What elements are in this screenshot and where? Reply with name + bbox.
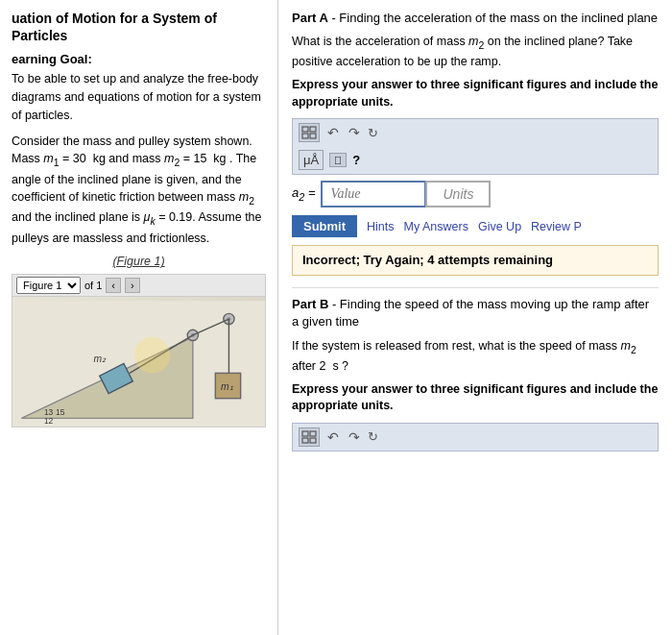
value-input[interactable] [321, 181, 426, 208]
units-box[interactable]: Units [425, 181, 491, 208]
part-a-title: - Finding the acceleration of the mass o… [328, 11, 658, 25]
answer-label: a2 = [292, 185, 315, 203]
svg-text:12: 12 [44, 416, 54, 426]
part-b-matrix-icon[interactable] [299, 427, 320, 447]
part-b-title: - Finding the speed of the mass moving u… [292, 297, 649, 329]
figure-svg: 13 15 12 m₂ [12, 297, 265, 427]
figure-of-label: of 1 [84, 280, 102, 291]
part-a-header: Part A - Finding the acceleration of the… [292, 10, 659, 27]
svg-rect-22 [310, 431, 316, 436]
toolbar-row2: μÅ ⎕ ? [299, 150, 652, 170]
part-a-instruction: Express your answer to three significant… [292, 77, 659, 110]
part-b-redo-arrow[interactable]: ↷ [347, 429, 362, 445]
refresh-icon[interactable]: ↻ [368, 126, 378, 140]
part-b-header: Part B - Finding the speed of the mass m… [292, 296, 659, 330]
submit-button[interactable]: Submit [292, 215, 357, 237]
svg-rect-24 [310, 438, 316, 443]
svg-rect-20 [310, 134, 316, 138]
part-b-refresh-icon[interactable]: ↻ [368, 429, 378, 444]
redo-arrow[interactable]: ↷ [347, 125, 362, 140]
give-up-link[interactable]: Give Up [478, 220, 521, 233]
keyboard-icon[interactable]: ⎕ [329, 153, 347, 167]
figure-container: Figure 1 of 1 ‹ › 13 15 12 m₂ [12, 274, 266, 427]
part-b-section: Part B - Finding the speed of the mass m… [292, 287, 659, 451]
answer-row: a2 = Units [292, 181, 659, 208]
matrix-icon[interactable] [299, 123, 320, 142]
part-b-instruction: Express your answer to three significant… [292, 381, 659, 415]
figure-prev-btn[interactable]: ‹ [106, 278, 121, 293]
svg-rect-21 [302, 431, 308, 436]
review-link[interactable]: Review P [531, 220, 582, 233]
toolbar-icon-group [299, 123, 320, 142]
answer-toolbar: ↶ ↷ ↻ μÅ ⎕ ? [292, 118, 659, 175]
part-b-question: If the system is released from rest, wha… [292, 337, 659, 376]
learning-goal-text: To be able to set up and analyze the fre… [12, 70, 266, 124]
svg-text:m₂: m₂ [94, 354, 108, 364]
svg-text:15: 15 [56, 407, 65, 417]
hints-link[interactable]: Hints [367, 220, 394, 233]
feedback-box: Incorrect; Try Again; 4 attempts remaini… [292, 245, 659, 276]
svg-rect-17 [302, 127, 308, 132]
left-panel: uation of Motion for a System of Particl… [0, 0, 278, 635]
svg-rect-18 [310, 127, 316, 132]
svg-rect-23 [302, 438, 308, 443]
learning-goal-label: earning Goal: [12, 52, 266, 66]
figure-next-btn[interactable]: › [125, 278, 140, 293]
part-b-label: Part B [292, 297, 328, 311]
figure-select[interactable]: Figure 1 [16, 277, 81, 294]
part-a-label: Part A [292, 11, 328, 25]
help-button[interactable]: ? [352, 153, 360, 167]
mu-symbol[interactable]: μÅ [299, 150, 324, 170]
svg-text:m₁: m₁ [221, 381, 233, 392]
problem-text: Consider the mass and pulley system show… [12, 133, 266, 248]
figure-body: 13 15 12 m₂ [12, 297, 265, 427]
part-b-toolbar: ↶ ↷ ↻ [292, 423, 659, 452]
svg-point-16 [134, 337, 171, 374]
figure-link[interactable]: (Figure 1) [12, 255, 266, 268]
right-panel: Part A - Finding the acceleration of the… [278, 0, 672, 635]
svg-rect-19 [302, 134, 308, 138]
page-title: uation of Motion for a System of Particl… [12, 10, 266, 44]
action-row: Submit Hints My Answers Give Up Review P [292, 215, 659, 237]
my-answers-link[interactable]: My Answers [404, 220, 468, 233]
part-a-question: What is the acceleration of mass m2 on t… [292, 33, 659, 71]
undo-arrow[interactable]: ↶ [325, 125, 341, 140]
part-b-undo-arrow[interactable]: ↶ [325, 429, 341, 445]
figure-toolbar: Figure 1 of 1 ‹ › [12, 275, 265, 297]
